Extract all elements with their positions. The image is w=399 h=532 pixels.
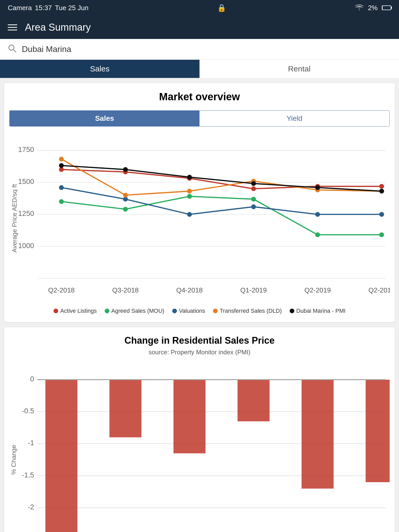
sub-tab-yield[interactable]: Yield [200, 111, 389, 126]
search-icon [8, 44, 17, 55]
status-left: Camera 15:37 Tue 25 Jun [8, 4, 89, 12]
svg-point-33 [251, 204, 256, 209]
camera-label: Camera [8, 4, 32, 12]
legend-transferred-sales: Transferred Sales (DLD) [213, 308, 282, 314]
bar-chart-title: Change in Residential Sales Price [9, 335, 390, 346]
svg-point-25 [123, 207, 128, 211]
page-title: Area Summary [25, 22, 91, 33]
legend-dubai-marina-pmi: Dubai Marina - PMI [290, 308, 346, 314]
chart-legend: Active Listings Agreed Sales (MOU) Valua… [9, 308, 390, 314]
svg-point-35 [379, 212, 384, 217]
svg-point-37 [123, 193, 128, 197]
svg-point-29 [379, 232, 384, 237]
svg-text:-1.5: -1.5 [22, 471, 34, 479]
svg-text:Q1-2019: Q1-2019 [240, 286, 267, 294]
svg-text:1000: 1000 [18, 242, 34, 250]
status-time: 15:37 [35, 4, 52, 12]
svg-point-42 [59, 163, 64, 168]
search-value[interactable]: Dubai Marina [22, 44, 71, 54]
svg-point-28 [315, 232, 320, 237]
svg-rect-62 [109, 380, 141, 437]
svg-text:Q2-2019: Q2-2019 [304, 286, 331, 294]
svg-text:1250: 1250 [18, 209, 34, 217]
market-overview-card: Market overview Sales Yield Average Pric… [4, 83, 395, 322]
tab-rental[interactable]: Rental [200, 60, 399, 78]
battery-text: 2% [368, 4, 378, 12]
svg-rect-61 [45, 380, 77, 532]
svg-rect-64 [237, 380, 269, 421]
svg-text:0: 0 [30, 375, 34, 383]
svg-point-30 [59, 185, 64, 190]
main-tabs: Sales Rental [0, 60, 399, 78]
svg-point-36 [59, 157, 64, 161]
svg-point-26 [187, 194, 192, 199]
svg-text:-1: -1 [28, 439, 34, 447]
market-overview-title: Market overview [9, 91, 390, 103]
svg-point-21 [251, 186, 256, 191]
line-chart: Average Price AED/sq ft 1750 1500 1250 1… [9, 134, 390, 314]
svg-point-27 [251, 197, 256, 201]
svg-text:1500: 1500 [18, 177, 34, 185]
svg-rect-65 [302, 380, 334, 489]
menu-button[interactable] [8, 24, 17, 30]
svg-point-43 [123, 167, 128, 172]
svg-point-24 [59, 199, 64, 204]
svg-point-46 [315, 185, 320, 190]
legend-active-listings: Active Listings [54, 308, 97, 314]
bar-chart-source: source: Property Monitor index (PMI) [9, 349, 390, 356]
svg-text:-2: -2 [28, 503, 34, 511]
status-right: 2% [355, 4, 391, 12]
svg-rect-66 [366, 380, 390, 482]
svg-point-47 [379, 189, 384, 194]
lock-icon: 🔒 [217, 4, 226, 12]
status-date: Tue 25 Jun [55, 4, 89, 12]
svg-text:-0.5: -0.5 [22, 407, 34, 415]
svg-rect-63 [174, 380, 205, 454]
svg-text:1750: 1750 [18, 145, 34, 154]
svg-text:Q4-2018: Q4-2018 [176, 286, 203, 294]
svg-point-45 [251, 181, 256, 186]
svg-text:Average Price AED/sq ft: Average Price AED/sq ft [11, 184, 18, 253]
status-bar: Camera 15:37 Tue 25 Jun 🔒 2% [0, 0, 399, 16]
search-bar: Dubai Marina [0, 39, 399, 60]
svg-point-38 [187, 189, 192, 194]
svg-point-32 [187, 212, 192, 217]
svg-text:% Change: % Change [10, 445, 17, 475]
wifi-icon [355, 4, 364, 12]
bar-chart-area: 0 -0.5 -1 -1.5 -2 -2.5 % Change [9, 364, 390, 532]
sub-tab-sales[interactable]: Sales [10, 111, 200, 126]
svg-point-34 [315, 212, 320, 217]
residential-sales-card: Change in Residential Sales Price source… [4, 327, 395, 532]
market-sub-tabs: Sales Yield [9, 110, 390, 127]
battery-icon [382, 5, 391, 10]
legend-agreed-sales: Agreed Sales (MOU) [105, 308, 164, 314]
tab-sales[interactable]: Sales [0, 60, 200, 78]
svg-text:Q2-2018: Q2-2018 [48, 286, 75, 294]
legend-valuations: Valuations [172, 308, 205, 314]
svg-text:Q3-2018: Q3-2018 [112, 286, 139, 294]
svg-line-1 [13, 49, 16, 52]
svg-text:Q2-2019: Q2-2019 [368, 286, 390, 294]
svg-point-44 [187, 175, 192, 179]
svg-point-23 [379, 184, 384, 189]
header: Area Summary [0, 16, 399, 39]
